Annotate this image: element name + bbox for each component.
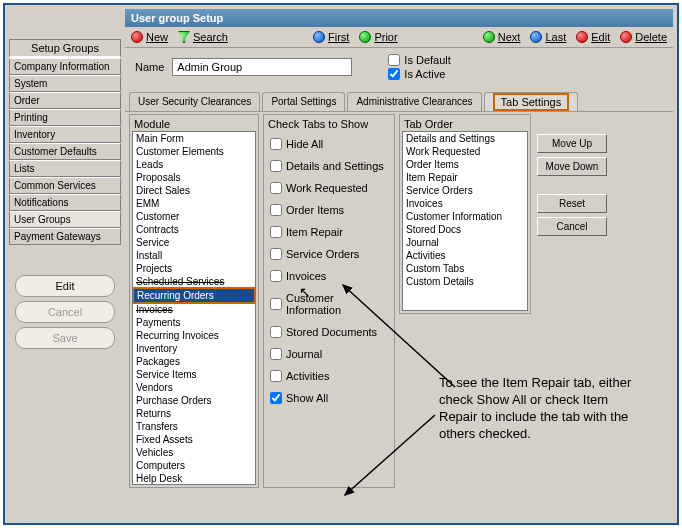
- tab-checkbox[interactable]: [270, 204, 282, 216]
- order-item[interactable]: Service Orders: [403, 184, 527, 197]
- sidebar-item[interactable]: Common Services: [9, 177, 121, 194]
- order-item[interactable]: Work Requested: [403, 145, 527, 158]
- tab-checkbox[interactable]: [270, 248, 282, 260]
- module-item[interactable]: Vehicles: [133, 446, 255, 459]
- tab[interactable]: Administrative Clearances: [347, 92, 481, 111]
- sidebar-item[interactable]: Printing: [9, 109, 121, 126]
- sidebar-item[interactable]: Company Information: [9, 58, 121, 75]
- tab-checkbox[interactable]: [270, 138, 282, 150]
- check-label: Work Requested: [286, 182, 368, 194]
- sidebar-item[interactable]: Inventory: [9, 126, 121, 143]
- sidebar-item[interactable]: User Groups: [9, 211, 121, 228]
- move-down-button[interactable]: Move Down: [537, 157, 607, 176]
- save-button[interactable]: Save: [15, 327, 115, 349]
- new-button[interactable]: New: [131, 31, 168, 43]
- prior-button[interactable]: Prior: [359, 31, 397, 43]
- delete-button[interactable]: Delete: [620, 31, 667, 43]
- bullet-icon: [359, 31, 371, 43]
- module-item[interactable]: Contracts: [133, 223, 255, 236]
- module-item[interactable]: Inventory: [133, 342, 255, 355]
- name-label: Name: [135, 61, 164, 73]
- module-item[interactable]: Service: [133, 236, 255, 249]
- order-item[interactable]: Invoices: [403, 197, 527, 210]
- module-item[interactable]: Invoices: [133, 303, 255, 316]
- module-item[interactable]: Projects: [133, 262, 255, 275]
- tab-checkbox[interactable]: [270, 182, 282, 194]
- check-label: Hide All: [286, 138, 323, 150]
- module-item[interactable]: Purchase Orders: [133, 394, 255, 407]
- next-button[interactable]: Next: [483, 31, 521, 43]
- module-item[interactable]: Computers: [133, 459, 255, 472]
- module-item[interactable]: Fixed Assets: [133, 433, 255, 446]
- is-default-checkbox[interactable]: [388, 54, 400, 66]
- tab[interactable]: Tab Settings: [484, 92, 579, 111]
- check-panel-title: Check Tabs to Show: [266, 117, 392, 131]
- cancel-order-button[interactable]: Cancel: [537, 217, 607, 236]
- module-item[interactable]: EMM: [133, 197, 255, 210]
- bullet-icon: [313, 31, 325, 43]
- sidebar-item[interactable]: Notifications: [9, 194, 121, 211]
- module-item[interactable]: Direct Sales: [133, 184, 255, 197]
- module-item[interactable]: Proposals: [133, 171, 255, 184]
- module-item[interactable]: Customer: [133, 210, 255, 223]
- cancel-button[interactable]: Cancel: [15, 301, 115, 323]
- tab-checkbox[interactable]: [270, 326, 282, 338]
- tab[interactable]: Portal Settings: [262, 92, 345, 111]
- sidebar-item[interactable]: System: [9, 75, 121, 92]
- tab-checkbox[interactable]: [270, 270, 282, 282]
- order-item[interactable]: Journal: [403, 236, 527, 249]
- module-item[interactable]: Service Items: [133, 368, 255, 381]
- tab[interactable]: User Security Clearances: [129, 92, 260, 111]
- module-item[interactable]: Returns: [133, 407, 255, 420]
- tab-checkbox[interactable]: [270, 226, 282, 238]
- check-label: Activities: [286, 370, 329, 382]
- order-item[interactable]: Custom Details: [403, 275, 527, 288]
- tab-checkbox[interactable]: [270, 370, 282, 382]
- sidebar-header: Setup Groups: [9, 39, 121, 58]
- tab-checkbox[interactable]: [270, 392, 282, 404]
- bullet-icon: [483, 31, 495, 43]
- order-panel-title: Tab Order: [402, 117, 528, 131]
- order-item[interactable]: Item Repair: [403, 171, 527, 184]
- order-item[interactable]: Order Items: [403, 158, 527, 171]
- order-item[interactable]: Stored Docs: [403, 223, 527, 236]
- module-item[interactable]: Recurring Orders: [132, 287, 256, 304]
- search-button[interactable]: Search: [178, 31, 228, 43]
- is-active-label: Is Active: [404, 68, 445, 80]
- edit-button[interactable]: Edit: [15, 275, 115, 297]
- module-item[interactable]: Packages: [133, 355, 255, 368]
- order-item[interactable]: Activities: [403, 249, 527, 262]
- module-item[interactable]: Leads: [133, 158, 255, 171]
- module-list[interactable]: Main FormCustomer ElementsLeadsProposals…: [132, 131, 256, 485]
- sidebar-item[interactable]: Lists: [9, 160, 121, 177]
- order-item[interactable]: Details and Settings: [403, 132, 527, 145]
- order-item[interactable]: Customer Information: [403, 210, 527, 223]
- order-item[interactable]: Custom Tabs: [403, 262, 527, 275]
- module-item[interactable]: Help Desk: [133, 472, 255, 485]
- tab-checkbox[interactable]: [270, 298, 282, 310]
- module-item[interactable]: Install: [133, 249, 255, 262]
- is-active-checkbox[interactable]: [388, 68, 400, 80]
- module-item[interactable]: Payments: [133, 316, 255, 329]
- bullet-icon: [620, 31, 632, 43]
- module-item[interactable]: Transfers: [133, 420, 255, 433]
- bullet-icon: [530, 31, 542, 43]
- module-item[interactable]: Vendors: [133, 381, 255, 394]
- module-item[interactable]: Recurring Invoices: [133, 329, 255, 342]
- check-label: Stored Documents: [286, 326, 377, 338]
- edit-toolbar-button[interactable]: Edit: [576, 31, 610, 43]
- tab-order-list[interactable]: Details and SettingsWork RequestedOrder …: [402, 131, 528, 311]
- name-input[interactable]: [172, 58, 352, 76]
- check-label: Service Orders: [286, 248, 359, 260]
- tab-checkbox[interactable]: [270, 348, 282, 360]
- module-item[interactable]: Main Form: [133, 132, 255, 145]
- move-up-button[interactable]: Move Up: [537, 134, 607, 153]
- first-button[interactable]: First: [313, 31, 349, 43]
- sidebar-item[interactable]: Customer Defaults: [9, 143, 121, 160]
- sidebar-item[interactable]: Payment Gateways: [9, 228, 121, 245]
- sidebar-item[interactable]: Order: [9, 92, 121, 109]
- last-button[interactable]: Last: [530, 31, 566, 43]
- module-item[interactable]: Customer Elements: [133, 145, 255, 158]
- tab-checkbox[interactable]: [270, 160, 282, 172]
- reset-button[interactable]: Reset: [537, 194, 607, 213]
